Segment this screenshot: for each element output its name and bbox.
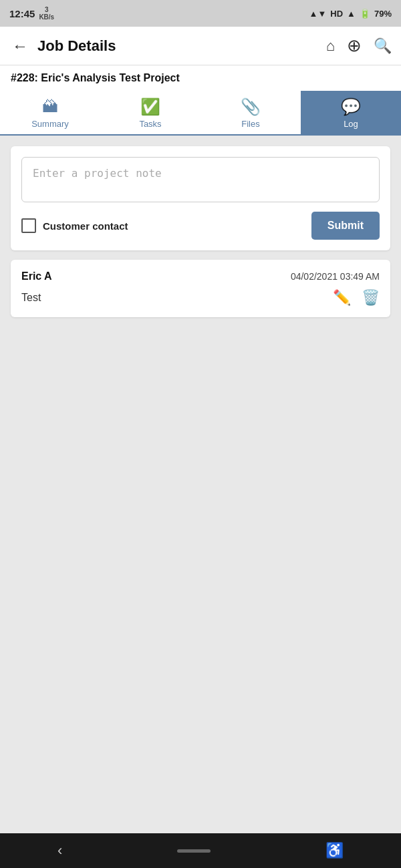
- status-time: 12:45: [9, 8, 35, 19]
- page-title: Job Details: [37, 37, 319, 55]
- battery-level: 79%: [374, 9, 392, 19]
- log-header: Eric A 04/02/2021 03:49 AM: [21, 270, 380, 282]
- app-bar: ← Job Details ⌂ ⊕ 🔍: [0, 27, 401, 65]
- tab-summary-label: Summary: [31, 119, 69, 129]
- tabs-bar: 🏔 Summary ✅ Tasks 📎 Files 💬 Log: [0, 91, 401, 136]
- tasks-icon: ✅: [140, 97, 160, 116]
- delete-button[interactable]: 🗑️: [362, 289, 380, 306]
- files-icon: 📎: [241, 97, 261, 116]
- bottom-nav: ‹ ♿: [0, 833, 401, 868]
- log-text: Test: [21, 292, 41, 304]
- log-icon: 💬: [341, 97, 361, 116]
- tab-files-label: Files: [241, 119, 259, 129]
- log-actions: ✏️ 🗑️: [333, 289, 380, 306]
- summary-icon: 🏔: [42, 97, 58, 116]
- submit-button[interactable]: Submit: [311, 212, 380, 240]
- edit-button[interactable]: ✏️: [333, 289, 351, 306]
- project-title: #228: Eric's Analysis Test Project: [11, 72, 180, 83]
- log-body: Test ✏️ 🗑️: [21, 289, 380, 306]
- add-button[interactable]: ⊕: [347, 35, 362, 56]
- status-right: ▲▼ HD ▲ 🔋 79%: [309, 9, 392, 19]
- project-title-bar: #228: Eric's Analysis Test Project: [0, 65, 401, 91]
- customer-contact-label: Customer contact: [43, 220, 128, 232]
- log-author: Eric A: [21, 270, 52, 282]
- customer-contact-checkbox[interactable]: [21, 218, 36, 233]
- tab-log[interactable]: 💬 Log: [301, 91, 401, 134]
- note-actions: Customer contact Submit: [21, 212, 380, 240]
- back-button[interactable]: ←: [9, 34, 31, 58]
- app-bar-icons: ⌂ ⊕ 🔍: [326, 35, 392, 56]
- network-icon: ▲: [347, 9, 356, 19]
- home-button[interactable]: ⌂: [326, 37, 335, 55]
- hd-badge: HD: [330, 9, 343, 19]
- log-timestamp: 04/02/2021 03:49 AM: [291, 271, 380, 282]
- nav-back-button[interactable]: ‹: [57, 842, 62, 859]
- tab-tasks[interactable]: ✅ Tasks: [100, 91, 200, 134]
- tab-files[interactable]: 📎 Files: [200, 91, 301, 134]
- main-content: Customer contact Submit Eric A 04/02/202…: [0, 136, 401, 833]
- home-indicator: [177, 849, 211, 853]
- tab-summary[interactable]: 🏔 Summary: [0, 91, 100, 134]
- log-entry-card: Eric A 04/02/2021 03:49 AM Test ✏️ 🗑️: [11, 260, 390, 317]
- status-data: 3KB/s: [39, 6, 54, 21]
- status-bar: 12:45 3KB/s ▲▼ HD ▲ 🔋 79%: [0, 0, 401, 27]
- tab-log-label: Log: [344, 119, 358, 129]
- signal-icon: ▲▼: [309, 9, 327, 19]
- tab-tasks-label: Tasks: [139, 119, 161, 129]
- customer-contact-row[interactable]: Customer contact: [21, 218, 128, 233]
- note-input[interactable]: [21, 157, 380, 202]
- search-button[interactable]: 🔍: [374, 37, 392, 55]
- battery-icon: 🔋: [360, 9, 370, 19]
- note-card: Customer contact Submit: [11, 146, 390, 250]
- nav-accessibility-button[interactable]: ♿: [325, 842, 344, 859]
